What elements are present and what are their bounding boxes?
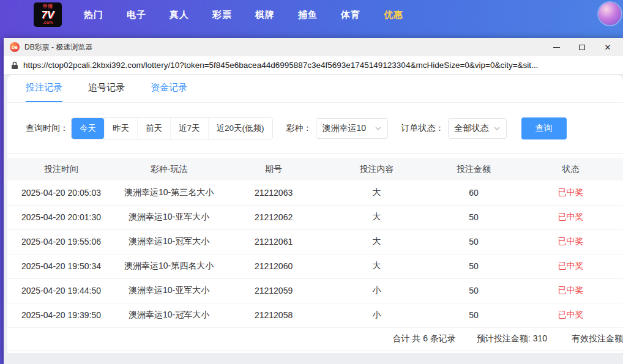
time-option-day-before[interactable]: 前天: [137, 118, 170, 139]
lottery-select[interactable]: 澳洲幸运10: [316, 118, 388, 139]
table-cell: 50: [429, 229, 518, 254]
site-header: 申博 7V .com 热门电子真人彩票棋牌捕鱼体育优惠: [0, 0, 623, 29]
table-cell: 21212060: [223, 254, 324, 278]
table-cell: 2025-04-20 19:55:06: [7, 229, 115, 254]
column-header: 投注时间: [7, 158, 115, 180]
table-cell: 大: [324, 229, 429, 254]
time-option-last-20-days[interactable]: 近20天(低频): [208, 118, 272, 139]
column-header: 投注内容: [324, 158, 429, 180]
nav-item-lottery[interactable]: 彩票: [212, 9, 232, 21]
filter-bar: 查询时间： 今天昨天前天近7天近20天(低频) 彩种： 澳洲幸运10 订单状态：…: [26, 117, 623, 139]
table-cell: 澳洲幸运10-冠军大小: [115, 303, 223, 327]
table-cell: 澳洲幸运10-第三名大小: [115, 180, 223, 205]
record-tabs: 投注记录追号记录资金记录: [7, 75, 623, 103]
bet-records-table: 投注时间彩种-玩法期号投注内容投注金额状态 2025-04-20 20:05:0…: [7, 158, 623, 328]
status-cell: 已中奖: [518, 229, 623, 254]
nav-item-promotions[interactable]: 优惠: [384, 9, 403, 21]
table-row: 2025-04-20 19:39:50澳洲幸运10-冠军大小21212058小5…: [7, 303, 623, 327]
table-cell: 小: [324, 303, 429, 327]
maximize-button[interactable]: [569, 38, 595, 56]
tab-fund-records[interactable]: 资金记录: [151, 75, 187, 102]
tab-bet-records[interactable]: 投注记录: [26, 75, 62, 102]
summary-expected-amount: 预计投注金额: 310: [477, 333, 547, 344]
table-cell: 2025-04-20 20:01:30: [7, 205, 115, 229]
time-option-today[interactable]: 今天: [72, 118, 104, 139]
table-cell: 50: [429, 278, 518, 303]
table-row: 2025-04-20 19:50:34澳洲幸运10-第四名大小21212060大…: [7, 254, 623, 278]
table-cell: 50: [429, 205, 518, 229]
summary-bar: 合计 共 6 条记录 预计投注金额: 310 有效投注金额: [7, 328, 623, 351]
summary-valid-amount: 有效投注金额: [572, 333, 623, 344]
table-cell: 2025-04-20 19:50:34: [7, 254, 115, 278]
site-logo-suffix-text: .com: [43, 20, 53, 24]
table-cell: 澳洲幸运10-亚军大小: [115, 278, 223, 303]
nav-item-hot[interactable]: 热门: [84, 9, 103, 21]
table-row: 2025-04-20 19:55:06澳洲幸运10-冠军大小21212061大5…: [7, 229, 623, 254]
url-text[interactable]: https://ctop02pcali.2kbxi392.com/lottery…: [23, 61, 538, 70]
time-filter-label: 查询时间：: [26, 123, 69, 134]
column-header: 状态: [518, 158, 623, 180]
time-option-yesterday[interactable]: 昨天: [104, 118, 137, 139]
table-body: 2025-04-20 20:05:03澳洲幸运10-第三名大小21212063大…: [7, 180, 623, 327]
browser-titlebar[interactable]: DB DB彩票 - 极速浏览器 ✕: [4, 38, 623, 56]
order-status-select[interactable]: 全部状态: [448, 118, 507, 139]
nav-item-sports[interactable]: 体育: [341, 9, 360, 21]
table-header-row: 投注时间彩种-玩法期号投注内容投注金额状态: [7, 158, 623, 180]
column-header: 期号: [223, 158, 324, 180]
table-row: 2025-04-20 19:44:50澳洲幸运10-亚军大小21212059小5…: [7, 278, 623, 303]
nav-item-live[interactable]: 真人: [170, 9, 189, 21]
table-row: 2025-04-20 20:05:03澳洲幸运10-第三名大小21212063大…: [7, 180, 623, 205]
minimize-button[interactable]: [543, 38, 569, 56]
browser-window: DB DB彩票 - 极速浏览器 ✕ https://ctop02pcali.2k…: [4, 38, 623, 364]
tab-chase-records[interactable]: 追号记录: [88, 75, 125, 102]
page-background: 投注记录追号记录资金记录 查询时间： 今天昨天前天近7天近20天(低频) 彩种：…: [4, 75, 623, 364]
status-cell: 已中奖: [518, 205, 623, 229]
close-button[interactable]: ✕: [595, 38, 621, 56]
nav-item-fishing[interactable]: 捕鱼: [298, 9, 318, 21]
table-cell: 大: [324, 254, 429, 278]
nav-item-board-games[interactable]: 棋牌: [255, 9, 275, 21]
nav-item-slots[interactable]: 电子: [127, 9, 146, 21]
table-cell: 大: [324, 205, 429, 229]
summary-total: 合计 共 6 条记录: [392, 333, 455, 344]
status-cell: 已中奖: [518, 180, 623, 205]
table-cell: 2025-04-20 19:44:50: [7, 278, 115, 303]
table-cell: 2025-04-20 20:05:03: [7, 180, 115, 205]
column-header: 彩种-玩法: [115, 158, 223, 180]
table-row: 2025-04-20 20:01:30澳洲幸运10-亚军大小21212062大5…: [7, 205, 623, 229]
browser-favicon-icon: DB: [10, 42, 20, 52]
avatar[interactable]: [599, 2, 621, 25]
maximize-icon: [579, 45, 585, 50]
order-status-label: 订单状态：: [401, 123, 444, 134]
records-card: 投注记录追号记录资金记录 查询时间： 今天昨天前天近7天近20天(低频) 彩种：…: [7, 75, 623, 353]
search-button[interactable]: 查询: [521, 117, 567, 139]
table-cell: 21212061: [223, 229, 324, 254]
site-logo[interactable]: 申博 7V .com: [34, 2, 62, 27]
table-cell: 澳洲幸运10-冠军大小: [115, 229, 223, 254]
table-cell: 21212058: [223, 303, 324, 327]
table-cell: 澳洲幸运10-亚军大小: [115, 205, 223, 229]
status-cell: 已中奖: [518, 254, 623, 278]
table-cell: 小: [324, 278, 429, 303]
table-cell: 大: [324, 180, 429, 205]
table-cell: 50: [429, 303, 518, 327]
lottery-filter-label: 彩种：: [286, 123, 312, 134]
table-cell: 澳洲幸运10-第四名大小: [115, 254, 223, 278]
divider: [7, 153, 623, 154]
time-option-last-7-days[interactable]: 近7天: [170, 118, 208, 139]
browser-addressbar[interactable]: https://ctop02pcali.2kbxi392.com/lottery…: [4, 56, 623, 75]
minimize-icon: [553, 47, 560, 48]
status-cell: 已中奖: [518, 303, 623, 327]
chevron-down-icon: [375, 127, 381, 130]
table-cell: 2025-04-20 19:39:50: [7, 303, 115, 327]
lottery-select-value: 澳洲幸运10: [323, 123, 367, 134]
table-cell: 50: [429, 254, 518, 278]
browser-title: DB彩票 - 极速浏览器: [24, 42, 92, 53]
table-cell: 21212059: [223, 278, 324, 303]
order-status-value: 全部状态: [455, 123, 489, 134]
table-cell: 60: [429, 180, 518, 205]
time-range-group: 今天昨天前天近7天近20天(低频): [71, 117, 273, 139]
lock-icon: [11, 61, 18, 70]
site-nav-items: 热门电子真人彩票棋牌捕鱼体育优惠: [84, 9, 403, 21]
table-cell: 21212062: [223, 205, 324, 229]
